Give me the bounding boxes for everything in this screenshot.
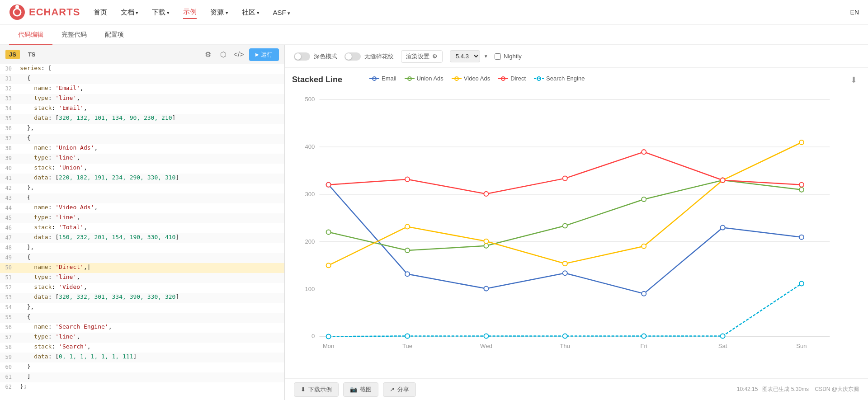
lang-tab-js[interactable]: JS — [5, 50, 20, 59]
share-icon: ↗ — [390, 386, 395, 393]
settings-icon[interactable]: ⚙ — [203, 50, 213, 60]
code-line-48: 48 }, — [0, 243, 284, 253]
svg-point-33 — [405, 272, 410, 276]
code-line-62: 62 }; — [0, 382, 284, 392]
svg-text:300: 300 — [305, 191, 315, 198]
svg-text:Mon: Mon — [323, 343, 334, 349]
code-line-33: 33 type: 'line', — [0, 94, 284, 104]
nav-docs[interactable]: 文档 — [121, 6, 138, 19]
dark-mode-toggle[interactable] — [294, 52, 310, 61]
nav-download[interactable]: 下载 — [152, 6, 170, 19]
legend-email[interactable]: Email — [369, 75, 396, 82]
chart-svg: 0 100 200 300 400 500 Mon Tue Wed Thu Fr… — [292, 89, 857, 365]
code-line-59: 59 data: [0, 1, 1, 1, 1, 1, 111] — [0, 353, 284, 362]
code-area[interactable]: 30 series: [ 31 { 32 name: 'Email', 33 t… — [0, 64, 284, 400]
sub-nav-code-editor[interactable]: 代码编辑 — [9, 25, 52, 45]
nightly-wrap: Nightly — [495, 53, 522, 60]
legend-direct-label: Direct — [510, 75, 526, 82]
nav-examples[interactable]: 示例 — [183, 6, 197, 19]
svg-point-62 — [484, 334, 488, 338]
svg-text:500: 500 — [305, 96, 315, 103]
share-button[interactable]: ↗ 分享 — [383, 382, 416, 397]
code-line-35: 35 data: [320, 132, 101, 134, 90, 230, 2… — [0, 114, 284, 124]
code-line-56: 56 name: 'Search Engine', — [0, 323, 284, 333]
component-icon[interactable]: ⬡ — [218, 50, 228, 60]
nightly-checkbox[interactable] — [495, 53, 501, 60]
svg-point-46 — [326, 263, 331, 268]
svg-point-37 — [721, 225, 725, 230]
code-line-49: 49 { — [0, 253, 284, 263]
svg-point-66 — [799, 281, 804, 286]
svg-point-63 — [563, 334, 567, 338]
legend-email-label: Email — [382, 75, 396, 82]
legend-search-engine-icon — [534, 75, 544, 82]
code-line-41: 41 data: [220, 182, 191, 234, 290, 330, … — [0, 174, 284, 184]
echarts-logo-icon — [9, 4, 25, 20]
generation-info: 图表已生成 5.30ms — [762, 386, 809, 392]
nav-asf[interactable]: ASF — [273, 7, 290, 18]
sub-nav-config[interactable]: 配置项 — [96, 25, 133, 45]
dark-mode-label: 深色模式 — [314, 52, 337, 61]
code-line-30: 30 series: [ — [0, 64, 284, 74]
svg-point-65 — [721, 334, 725, 338]
code-line-57: 57 type: 'line', — [0, 333, 284, 343]
code-line-47: 47 data: [150, 232, 201, 154, 190, 330, … — [0, 233, 284, 243]
legend-union-ads[interactable]: Union Ads — [405, 75, 443, 82]
timestamp: 10:42:15 — [737, 386, 758, 392]
seamless-toggle[interactable] — [344, 52, 361, 61]
svg-point-39 — [326, 230, 331, 235]
camera-icon: 📷 — [350, 386, 357, 393]
run-button[interactable]: 运行 — [249, 48, 279, 61]
nav-resources[interactable]: 资源 — [210, 6, 228, 19]
svg-point-40 — [405, 248, 410, 253]
download-chart-icon[interactable]: ⬇ — [850, 75, 857, 85]
svg-point-45 — [799, 188, 804, 192]
svg-text:100: 100 — [305, 286, 315, 292]
code-icon[interactable]: </> — [234, 50, 244, 60]
code-line-53: 53 data: [320, 332, 301, 334, 390, 330, … — [0, 293, 284, 303]
chart-toolbar: 深色模式 无缝碎花纹 渲染设置 ⚙ 5.4.3 5.4.2 5.4.1 ▾ Ni… — [285, 45, 868, 68]
top-nav: ECHARTS 首页 文档 下载 示例 资源 社区 ASF EN — [0, 0, 868, 25]
code-line-61: 61 ] — [0, 372, 284, 382]
code-line-34: 34 stack: 'Email', — [0, 104, 284, 114]
gear-icon: ⚙ — [432, 53, 438, 60]
dark-mode-toggle-wrap: 深色模式 — [294, 52, 337, 61]
sub-nav-full-code[interactable]: 完整代码 — [52, 25, 96, 45]
svg-point-58 — [721, 178, 725, 183]
download-example-button[interactable]: ⬇ 下载示例 — [294, 382, 339, 397]
seamless-label: 无缝碎花纹 — [364, 52, 394, 61]
lang-tab-ts[interactable]: TS — [24, 50, 39, 59]
watermark: CSDN @大庆东漏 — [815, 386, 859, 392]
legend-search-engine-label: Search Engine — [546, 75, 585, 82]
svg-point-36 — [642, 292, 646, 296]
legend-union-ads-label: Union Ads — [417, 75, 443, 82]
legend-direct-icon — [498, 75, 508, 82]
code-line-51: 51 type: 'line', — [0, 273, 284, 283]
legend-video-ads[interactable]: Video Ads — [452, 75, 490, 82]
language-switcher[interactable]: EN — [850, 9, 859, 16]
nav-community[interactable]: 社区 — [242, 6, 259, 19]
render-settings-button[interactable]: 渲染设置 ⚙ — [401, 50, 443, 63]
legend-email-icon — [369, 75, 379, 82]
code-line-52: 52 stack: 'Video', — [0, 283, 284, 293]
code-line-43: 43 { — [0, 193, 284, 203]
seamless-toggle-wrap: 无缝碎花纹 — [344, 52, 394, 61]
chart-svg-container: 0 100 200 300 400 500 Mon Tue Wed Thu Fr… — [292, 89, 857, 365]
bottom-buttons: ⬇ 下载示例 📷 截图 ↗ 分享 — [294, 382, 416, 397]
toolbar-icons: ⚙ ⬡ </> 运行 — [203, 48, 279, 61]
code-line-36: 36 }, — [0, 124, 284, 134]
screenshot-button[interactable]: 📷 截图 — [343, 382, 378, 397]
svg-point-2 — [15, 5, 19, 9]
code-line-50: 50 name: 'Direct',| — [0, 263, 284, 273]
code-panel: JS TS ⚙ ⬡ </> 运行 30 series: [ 31 { 32 na… — [0, 45, 285, 400]
legend-search-engine[interactable]: Search Engine — [534, 75, 585, 82]
logo[interactable]: ECHARTS — [9, 4, 80, 20]
legend-union-ads-icon — [405, 75, 415, 82]
code-line-40: 40 stack: 'Union', — [0, 164, 284, 174]
svg-point-52 — [799, 140, 804, 145]
nav-home[interactable]: 首页 — [94, 6, 107, 19]
code-line-46: 46 stack: 'Total', — [0, 223, 284, 233]
legend-video-ads-icon — [452, 75, 462, 82]
version-select[interactable]: 5.4.3 5.4.2 5.4.1 — [450, 50, 480, 62]
legend-direct[interactable]: Direct — [498, 75, 526, 82]
